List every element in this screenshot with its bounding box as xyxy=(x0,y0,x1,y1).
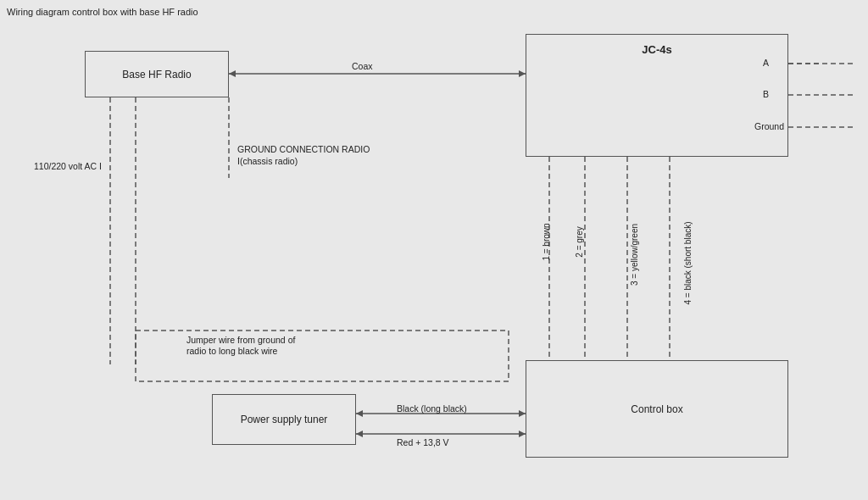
wire-b-label: B xyxy=(763,89,769,99)
brown-wire-label: 1 = brown xyxy=(542,223,551,260)
svg-marker-1 xyxy=(519,70,526,77)
chassis-radio-label: I(chassis radio) xyxy=(237,156,298,166)
power-supply-label: Power supply tuner xyxy=(241,414,328,425)
grey-wire-label: 2 = grey xyxy=(575,226,584,257)
ground-connection-label: GROUND CONNECTION RADIO xyxy=(237,144,370,154)
wire-a-label: A xyxy=(763,58,769,68)
power-supply-box: Power supply tuner xyxy=(212,394,356,445)
black-short-wire-label: 4 = black (short black) xyxy=(683,221,693,304)
jc4s-box: JC-4s xyxy=(526,34,788,157)
diagram-container: Wiring diagram control box with base HF … xyxy=(0,0,868,500)
jc4s-label: JC-4s xyxy=(642,43,671,56)
svg-marker-22 xyxy=(356,410,363,417)
jumper-wire-label: Jumper wire from ground of xyxy=(186,335,295,345)
svg-marker-23 xyxy=(519,410,526,417)
black-long-label: Black (long black) xyxy=(397,403,467,414)
control-box: Control box xyxy=(526,360,788,458)
svg-marker-25 xyxy=(356,431,363,437)
base-hf-radio-label: Base HF Radio xyxy=(122,69,191,81)
voltage-ac-label: 110/220 volt AC I xyxy=(34,161,102,171)
coax-label: Coax xyxy=(352,61,373,71)
jumper-wire2-label: radio to long black wire xyxy=(186,346,277,356)
wire-ground-label: Ground xyxy=(754,121,784,131)
yellow-green-wire-label: 3 = yellow/green xyxy=(630,224,639,286)
base-hf-radio-box: Base HF Radio xyxy=(85,51,229,97)
control-box-label: Control box xyxy=(631,403,682,415)
svg-marker-26 xyxy=(519,431,526,437)
red-voltage-label: Red + 13,8 V xyxy=(397,437,449,447)
svg-marker-2 xyxy=(229,70,236,77)
diagram-title: Wiring diagram control box with base HF … xyxy=(7,7,198,17)
